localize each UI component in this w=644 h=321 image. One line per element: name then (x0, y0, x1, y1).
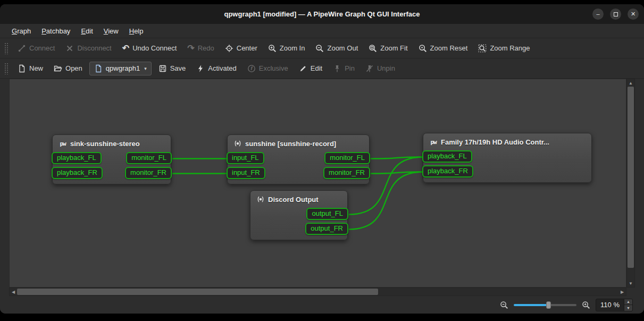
zoom-fit-icon (369, 44, 377, 53)
exclusive-label: Exclusive (259, 64, 288, 72)
zoom-out-icon[interactable] (500, 301, 508, 309)
undo-connect-label: Undo Connect (132, 44, 177, 52)
node-header: pw sink-sunshine-stereo (55, 138, 169, 152)
minimize-button[interactable]: – (592, 9, 604, 20)
center-button[interactable]: Center (221, 41, 261, 55)
port-monitor-fr[interactable]: monitor_FR (323, 167, 370, 179)
menu-view-mnemonic: V (104, 27, 108, 35)
port-monitor-fl[interactable]: monitor_FL (324, 152, 370, 164)
port-playback-fl[interactable]: playback_FL (52, 152, 102, 164)
redo-icon: ↷ (187, 44, 194, 53)
zoom-fit-button[interactable]: Zoom Fit (365, 41, 411, 55)
redo-button[interactable]: ↷ Redo (183, 41, 218, 55)
toolbar-drag-handle[interactable] (4, 63, 8, 74)
node-header: sunshine [sunshine-record] (230, 138, 367, 152)
zoom-reset-label: Zoom Reset (430, 44, 468, 52)
zoom-in-label: Zoom In (280, 44, 305, 52)
zoom-fit-label: Zoom Fit (380, 44, 407, 52)
zoom-slider[interactable] (514, 301, 576, 309)
maximize-icon (614, 12, 618, 16)
center-icon (225, 44, 233, 53)
open-folder-icon (54, 64, 62, 73)
node-ports: output_FL output_FR (253, 208, 345, 235)
zoom-spin-buttons: ▲ ▼ (624, 299, 632, 311)
main-content: pw sink-sunshine-stereo playback_FL play… (0, 79, 644, 314)
connect-icon (18, 44, 26, 53)
undo-connect-button[interactable]: ↶ Undo Connect (119, 41, 181, 55)
port-output-fr[interactable]: output_FR (305, 223, 348, 235)
window-title: qpwgraph1 [modified] — A PipeWire Graph … (224, 10, 420, 18)
record-icon (233, 139, 242, 148)
save-button[interactable]: Save (155, 62, 190, 75)
zoom-reset-button[interactable]: Zoom Reset (415, 41, 472, 55)
zoom-spinbox-value[interactable]: 110 % (596, 299, 624, 311)
node-family-audio-controller[interactable]: pw Family 17h/19h HD Audio Contr... play… (423, 133, 592, 183)
close-button[interactable]: ✕ (628, 9, 639, 20)
patchbay-selector[interactable]: qpwgraph1 ▾ (89, 62, 152, 75)
port-playback-fl[interactable]: playback_FL (422, 150, 472, 163)
exclusive-toggle[interactable]: f Exclusive (244, 62, 292, 75)
zoom-in-icon (268, 44, 277, 53)
activated-label: Activated (208, 64, 236, 72)
pin-button[interactable]: Pin (329, 62, 358, 75)
disconnect-button[interactable]: Disconnect (62, 41, 115, 55)
zoom-slider-thumb[interactable] (546, 301, 551, 309)
zoom-range-button[interactable]: Zoom Range (474, 41, 533, 55)
scroll-left-arrow[interactable]: ◀ (10, 288, 17, 295)
menu-view[interactable]: View (99, 26, 123, 37)
vertical-scrollbar[interactable]: ▲ ▼ (626, 79, 635, 288)
menu-view-rest: iew (108, 27, 119, 35)
menu-graph[interactable]: Graph (7, 26, 35, 37)
node-sink-sunshine-stereo[interactable]: pw sink-sunshine-stereo playback_FL play… (52, 134, 171, 184)
edit-toggle[interactable]: Edit (295, 62, 326, 75)
connect-button[interactable]: Connect (14, 41, 58, 55)
zoom-reset-icon (419, 44, 427, 53)
maximize-button[interactable] (610, 9, 621, 20)
vertical-scroll-thumb[interactable] (628, 87, 634, 268)
port-playback-fr[interactable]: playback_FR (422, 165, 473, 178)
port-output-fl[interactable]: output_FL (306, 208, 348, 220)
menu-help[interactable]: Help (125, 26, 148, 37)
new-label: New (29, 64, 43, 72)
record-icon (256, 195, 265, 204)
pipewire-icon: pw (429, 138, 438, 146)
menu-patchbay-mnemonic: P (41, 27, 46, 35)
zoom-in-icon[interactable] (582, 301, 590, 309)
menu-help-mnemonic: H (129, 27, 134, 35)
node-sunshine[interactable]: sunshine [sunshine-record] input_FL inpu… (227, 134, 370, 184)
scroll-up-arrow[interactable]: ▲ (627, 79, 634, 87)
graph-toolbar: Connect Disconnect ↶ Undo Connect ↷ Redo… (0, 38, 644, 58)
minimize-icon: – (596, 11, 599, 17)
activated-toggle[interactable]: Activated (193, 62, 240, 75)
new-button[interactable]: New (14, 62, 47, 75)
vertical-scroll-track[interactable] (627, 87, 634, 280)
port-monitor-fl[interactable]: monitor_FL (126, 152, 172, 164)
undo-icon: ↶ (122, 44, 129, 53)
scroll-down-arrow[interactable]: ▼ (627, 280, 634, 287)
graph-canvas[interactable]: pw sink-sunshine-stereo playback_FL play… (9, 79, 626, 288)
unpin-button[interactable]: Unpin (362, 62, 399, 75)
node-header: Discord Output (253, 193, 345, 208)
horizontal-scroll-thumb[interactable] (17, 289, 378, 295)
unpin-icon (365, 64, 374, 73)
open-button[interactable]: Open (50, 62, 86, 75)
menu-edit[interactable]: Edit (77, 26, 97, 37)
zoom-spinbox[interactable]: 110 % ▲ ▼ (596, 299, 633, 311)
node-discord-output[interactable]: Discord Output output_FL output_FR (250, 190, 348, 240)
scroll-right-arrow[interactable]: ▶ (618, 288, 626, 295)
save-icon (158, 64, 167, 73)
port-input-fl[interactable]: input_FL (227, 152, 264, 164)
spin-up-arrow[interactable]: ▲ (624, 299, 632, 305)
window-controls: – ✕ (592, 9, 639, 20)
port-playback-fr[interactable]: playback_FR (52, 167, 103, 179)
horizontal-scrollbar[interactable]: ◀ ▶ (9, 288, 626, 296)
spin-down-arrow[interactable]: ▼ (624, 305, 632, 311)
menu-patchbay[interactable]: Patchbay (37, 26, 74, 37)
port-monitor-fr[interactable]: monitor_FR (125, 167, 172, 179)
zoom-out-button[interactable]: Zoom Out (312, 41, 362, 55)
port-input-fr[interactable]: input_FR (227, 167, 265, 179)
toolbar-drag-handle[interactable] (4, 43, 8, 54)
horizontal-scroll-track[interactable] (17, 288, 618, 295)
zoom-slider-track[interactable] (514, 304, 576, 306)
zoom-in-button[interactable]: Zoom In (264, 41, 309, 55)
